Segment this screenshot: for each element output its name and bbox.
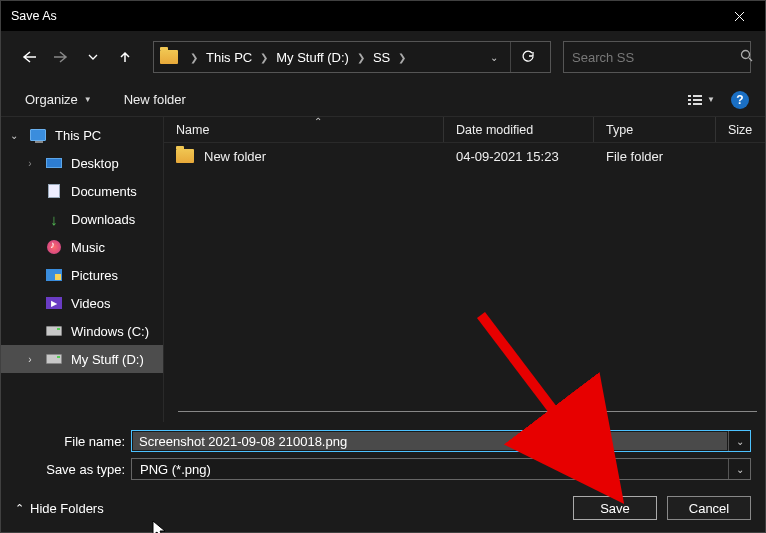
search-input[interactable]	[572, 50, 740, 65]
document-icon	[48, 184, 60, 198]
pc-icon	[30, 129, 46, 141]
nav-label: Documents	[71, 184, 137, 199]
back-button[interactable]	[15, 43, 43, 71]
svg-rect-4	[693, 99, 702, 101]
chevron-down-icon[interactable]: ⌄	[490, 52, 498, 63]
nav-drive-d[interactable]: › My Stuff (D:)	[1, 345, 163, 373]
nav-label: My Stuff (D:)	[71, 352, 144, 367]
chevron-right-icon[interactable]: ❯	[258, 52, 270, 63]
desktop-icon	[46, 158, 62, 168]
column-header-date[interactable]: Date modified	[444, 117, 594, 142]
filetype-label: Save as type:	[15, 462, 125, 477]
chevron-right-icon[interactable]: ❯	[396, 52, 408, 63]
breadcrumb-this-pc[interactable]: This PC	[200, 50, 258, 65]
chevron-right-icon[interactable]: ❯	[188, 52, 200, 63]
nav-label: This PC	[55, 128, 101, 143]
svg-rect-6	[693, 103, 702, 105]
chevron-right-icon[interactable]: ›	[23, 354, 37, 365]
nav-toolbar: ❯ This PC ❯ My Stuff (D:) ❯ SS ❯ ⌄	[1, 37, 765, 77]
organize-label: Organize	[25, 92, 78, 107]
search-box[interactable]	[563, 41, 751, 73]
address-bar[interactable]: ❯ This PC ❯ My Stuff (D:) ❯ SS ❯ ⌄	[153, 41, 551, 73]
chevron-up-icon: ⌃	[15, 502, 24, 515]
titlebar: Save As	[1, 1, 765, 31]
nav-desktop[interactable]: › Desktop	[1, 149, 163, 177]
nav-music[interactable]: Music	[1, 233, 163, 261]
column-header-name[interactable]: Name	[164, 117, 444, 142]
dialog-footer: ⌃ Hide Folders Save Cancel	[1, 484, 765, 532]
column-header-type[interactable]: Type	[594, 117, 716, 142]
chevron-down-icon[interactable]: ⌄	[7, 130, 21, 141]
pictures-icon	[46, 269, 62, 281]
folder-icon	[160, 50, 178, 64]
nav-label: Music	[71, 240, 105, 255]
search-icon	[740, 49, 753, 65]
chevron-down-icon: ▼	[707, 95, 715, 104]
nav-documents[interactable]: Documents	[1, 177, 163, 205]
nav-videos[interactable]: ▶ Videos	[1, 289, 163, 317]
forward-button[interactable]	[47, 43, 75, 71]
svg-rect-2	[693, 95, 702, 97]
item-date: 04-09-2021 15:23	[444, 149, 594, 164]
nav-label: Pictures	[71, 268, 118, 283]
svg-rect-3	[688, 99, 691, 101]
item-type: File folder	[594, 149, 716, 164]
download-icon: ↓	[50, 212, 58, 227]
nav-label: Windows (C:)	[71, 324, 149, 339]
cancel-button[interactable]: Cancel	[667, 496, 751, 520]
breadcrumb-folder[interactable]: SS	[367, 50, 396, 65]
drive-icon	[46, 354, 62, 364]
filename-input[interactable]	[133, 432, 727, 450]
chevron-down-icon: ▼	[84, 95, 92, 104]
list-item[interactable]: New folder 04-09-2021 15:23 File folder	[164, 143, 765, 169]
nav-label: Desktop	[71, 156, 119, 171]
new-folder-label: New folder	[124, 92, 186, 107]
chevron-right-icon[interactable]: ❯	[355, 52, 367, 63]
drive-icon	[46, 326, 62, 336]
folder-icon	[176, 149, 194, 163]
svg-rect-5	[688, 103, 691, 105]
music-icon	[47, 240, 61, 254]
breadcrumb-drive[interactable]: My Stuff (D:)	[270, 50, 355, 65]
nav-label: Videos	[71, 296, 111, 311]
filetype-combo[interactable]: ⌄	[131, 458, 751, 480]
file-list: ⌃ Name Date modified Type Size New folde…	[163, 117, 765, 422]
nav-pictures[interactable]: Pictures	[1, 261, 163, 289]
svg-rect-1	[688, 95, 691, 97]
cursor-icon	[152, 520, 168, 533]
window-title: Save As	[11, 9, 57, 23]
recent-locations-button[interactable]	[79, 43, 107, 71]
help-button[interactable]: ?	[731, 91, 749, 109]
chevron-right-icon[interactable]: ›	[23, 158, 37, 169]
nav-label: Downloads	[71, 212, 135, 227]
column-header-size[interactable]: Size	[716, 117, 765, 142]
hide-folders-label: Hide Folders	[30, 501, 104, 516]
chevron-down-icon[interactable]: ⌄	[728, 459, 750, 479]
organize-button[interactable]: Organize ▼	[17, 88, 100, 111]
save-button[interactable]: Save	[573, 496, 657, 520]
filename-label: File name:	[15, 434, 125, 449]
sort-ascending-icon: ⌃	[314, 117, 322, 127]
nav-tree: ⌄ This PC › Desktop Documents ↓ Download…	[1, 117, 163, 422]
view-options-button[interactable]: ▼	[681, 89, 721, 111]
save-as-dialog: Save As ❯ This PC ❯ My Stuff (D:) ❯ SS ❯	[0, 0, 766, 533]
chevron-down-icon[interactable]: ⌄	[728, 431, 750, 451]
filetype-value[interactable]	[132, 459, 728, 479]
column-headers: ⌃ Name Date modified Type Size	[164, 117, 765, 143]
filename-combo[interactable]: ⌄	[131, 430, 751, 452]
refresh-button[interactable]	[510, 42, 544, 72]
nav-drive-c[interactable]: Windows (C:)	[1, 317, 163, 345]
up-button[interactable]	[111, 43, 139, 71]
nav-downloads[interactable]: ↓ Downloads	[1, 205, 163, 233]
videos-icon: ▶	[46, 297, 62, 309]
item-name: New folder	[204, 149, 266, 164]
svg-point-0	[742, 51, 750, 59]
command-bar: Organize ▼ New folder ▼ ?	[1, 83, 765, 117]
file-fields: File name: ⌄ Save as type: ⌄	[1, 422, 765, 484]
nav-this-pc[interactable]: ⌄ This PC	[1, 121, 163, 149]
close-button[interactable]	[717, 1, 761, 31]
new-folder-button[interactable]: New folder	[116, 88, 194, 111]
hide-folders-button[interactable]: ⌃ Hide Folders	[15, 501, 104, 516]
